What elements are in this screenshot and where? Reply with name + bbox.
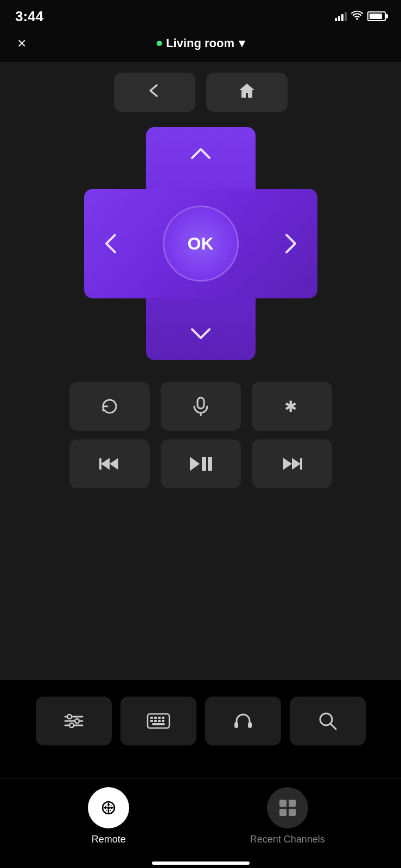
tab-remote[interactable]: Remote	[76, 787, 141, 845]
play-pause-button[interactable]	[161, 439, 241, 488]
remote-tab-label: Remote	[92, 834, 126, 845]
svg-rect-22	[162, 717, 164, 719]
svg-marker-6	[190, 457, 200, 471]
dpad: OK	[84, 127, 317, 360]
device-status-dot	[156, 41, 162, 46]
svg-rect-23	[150, 720, 153, 722]
status-icons	[335, 10, 386, 22]
tab-recent-channels[interactable]: Recent Channels	[250, 787, 325, 845]
battery-icon	[367, 11, 386, 21]
svg-point-33	[107, 807, 110, 809]
svg-rect-29	[248, 722, 252, 728]
options-button[interactable]: ✱	[252, 382, 332, 431]
fast-forward-button[interactable]	[252, 439, 332, 488]
svg-point-16	[75, 719, 79, 723]
search-button[interactable]	[290, 697, 366, 745]
home-button[interactable]	[206, 73, 288, 112]
utility-row	[36, 697, 366, 745]
svg-rect-28	[234, 722, 238, 728]
dpad-left-button[interactable]	[94, 222, 126, 265]
home-indicator	[152, 861, 250, 865]
device-name: Living room	[166, 36, 234, 50]
chevron-down-icon: ▾	[239, 36, 245, 50]
svg-marker-3	[101, 458, 110, 470]
svg-rect-36	[279, 800, 287, 807]
svg-point-15	[67, 714, 72, 719]
close-button[interactable]: ×	[13, 34, 30, 53]
back-arrow-icon	[145, 83, 164, 102]
ok-button[interactable]: OK	[163, 206, 239, 282]
dpad-up-button[interactable]	[179, 137, 222, 169]
headphones-button[interactable]	[205, 697, 281, 745]
voice-button[interactable]	[161, 382, 241, 431]
dpad-down-button[interactable]	[179, 318, 222, 350]
channels-tab-label: Recent Channels	[250, 834, 325, 845]
back-button[interactable]	[114, 73, 195, 112]
status-bar: 3:44	[0, 0, 401, 28]
svg-rect-19	[150, 717, 153, 719]
tab-bar: Remote Recent Channels	[0, 778, 401, 856]
wifi-icon	[351, 10, 363, 22]
svg-point-17	[69, 723, 74, 727]
bottom-section: Remote Recent Channels	[0, 680, 401, 868]
nav-buttons	[114, 73, 288, 112]
svg-rect-27	[152, 723, 165, 725]
svg-marker-9	[283, 458, 292, 470]
svg-rect-0	[198, 398, 204, 409]
svg-rect-8	[208, 457, 212, 471]
device-selector[interactable]: Living room ▾	[156, 36, 245, 50]
svg-marker-10	[292, 458, 301, 470]
ok-label: OK	[188, 234, 214, 254]
status-time: 3:44	[15, 8, 43, 25]
home-icon	[238, 82, 256, 103]
svg-text:✱: ✱	[284, 398, 297, 415]
svg-rect-25	[158, 720, 161, 722]
svg-rect-7	[202, 457, 206, 471]
svg-rect-38	[279, 809, 287, 816]
remote-area: OK	[0, 62, 401, 680]
svg-rect-39	[289, 809, 296, 816]
svg-rect-37	[289, 800, 296, 807]
svg-rect-5	[99, 458, 101, 470]
remote-tab-icon	[88, 787, 129, 828]
channels-tab-icon	[267, 787, 308, 828]
svg-rect-26	[162, 720, 164, 722]
svg-marker-4	[110, 458, 118, 470]
replay-button[interactable]	[69, 382, 150, 431]
signal-bars-icon	[335, 11, 347, 21]
rewind-button[interactable]	[69, 439, 150, 488]
svg-rect-20	[154, 717, 157, 719]
settings-button[interactable]	[36, 697, 112, 745]
svg-rect-24	[154, 720, 157, 722]
control-grid: ✱	[56, 382, 345, 488]
dpad-right-button[interactable]	[275, 222, 308, 265]
svg-rect-11	[300, 458, 302, 470]
svg-rect-21	[158, 717, 161, 719]
svg-line-31	[330, 724, 336, 729]
keyboard-button[interactable]	[120, 697, 196, 745]
header: × Living room ▾	[0, 28, 401, 62]
